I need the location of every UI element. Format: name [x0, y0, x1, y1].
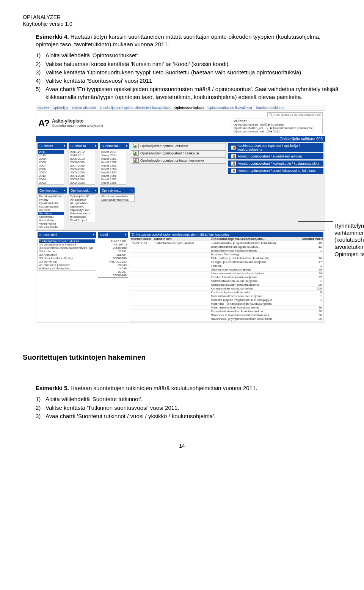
th-koodi[interactable]: Kurssin koodi: [131, 237, 154, 241]
ex4-step-2: Valitse haluamasi kurssi kentästä 'Kurss…: [46, 60, 341, 68]
aalto-logo: A?: [38, 118, 49, 129]
chevron-down-icon: ▾: [93, 233, 94, 236]
search-icon: 🔍: [269, 113, 273, 116]
chart-icon: [133, 144, 139, 148]
tab-lisarajaukset[interactable]: Opiskelijoiden / opinto-oikeuksien lisär…: [100, 106, 171, 110]
table-row[interactable]: Rakenne- ja rakennustuotantoteknikan kou…: [130, 313, 323, 317]
example4-intro: Esimerkki 4. Haetaan tietyn kurssin suor…: [36, 33, 341, 48]
valinnat-title: Valinnat: [234, 119, 321, 123]
pill-suorituslukukausi[interactable]: Suoritus luku...▾: [100, 143, 129, 149]
th-kohj[interactable]: ☐ Koulutusohjelma.Koulutusohjelm...: [211, 237, 302, 241]
search-placeholder: Hae opiskelija tai opiskelijanumero: [274, 113, 321, 116]
table-row[interactable]: Informaatioverkostojen koulutusohjelma24: [130, 272, 323, 275]
data-table: Eri tyyppisten opiskelijoiden opintosuor…: [130, 232, 323, 321]
chart-icon: [133, 151, 139, 156]
chevron-down-icon: ▾: [126, 144, 127, 148]
table-row[interactable]: Bioinformaatioteknologian koulutus...12: [130, 245, 323, 249]
ex5-step-2: Valitse kentästä 'Tutkinnon suoritusvuos…: [46, 404, 341, 412]
chevron-down-icon: ▾: [95, 144, 96, 148]
table-row[interactable]: Maanmittaustieteiden koulutusohjelma1: [130, 294, 323, 298]
valinnat-row-1[interactable]: Opintosuorituksen_tila ☑ ■ Suoritettu: [234, 123, 321, 126]
tab-opinto-oikeudet[interactable]: Opinto-oikeudet: [72, 106, 96, 110]
pill-opinnaytetyo[interactable]: Opinnäytee...▾: [100, 187, 135, 194]
chevron-down-icon: ▾: [64, 189, 65, 192]
list-opinnaytetyo[interactable]: Aleminen perusteltu Lisensiaatintutkimus: [100, 194, 135, 202]
ex5-step-3: Avaa chartti 'Suoritetut tutkinnot / vuo…: [46, 412, 341, 420]
brand-block: A? Aalto-yliopisto Opintohallinnon tiedo…: [38, 118, 103, 129]
table-row[interactable]: Finance1: [130, 264, 323, 268]
valinnat-panel: Valinnat Opintosuorituksen_tila ☑ ■ Suor…: [232, 118, 323, 134]
example5-intro: Esimerkki 5. Haetaan suoritettujen tutki…: [36, 384, 341, 392]
example5-steps: 1)Aloita välilehdeltä 'Suoritetut tutkin…: [36, 395, 341, 420]
tab-opiskelijat[interactable]: Opiskelijat: [53, 106, 69, 110]
callout-text: Ryhmittelyn vaihtaminen (koulutusohjelma…: [334, 222, 364, 258]
example4-steps: 1)Aloita välilehdeltä 'Opintosuoritukset…: [36, 52, 341, 101]
app-window: Etusivu Opiskelijat Opinto-oikeudet Opis…: [36, 105, 325, 323]
th-maara[interactable]: Suoritusmäärä: [302, 237, 322, 241]
ex4-step-1: Aloita välilehdeltä 'Opintosuoritukset': [46, 52, 341, 59]
tab-suoritetut-tutkinnot[interactable]: Suoritetut tutkinnot: [256, 106, 284, 110]
list-kurssin-nimi[interactable]: Tuotantotalouden peruskurssi 2D visuaali…: [38, 239, 96, 271]
list-opintosuorit-tyyppi[interactable]: Opintojakso/Kurssi Aineopinnot Aleepi tu…: [69, 194, 95, 222]
example5-rest: Haetaan suoritettujen tutkintojen määrä …: [69, 385, 257, 391]
chart-icon: [231, 154, 236, 159]
chart-icon: [231, 145, 236, 150]
tab-lisavalinnat[interactable]: Opintosuoritusten lisävalinnat: [207, 106, 252, 110]
chevron-down-icon: ▾: [95, 189, 96, 192]
chevron-down-icon: ▾: [131, 189, 133, 192]
valinnat-row-3[interactable]: Opintosuorituksen_kal... ☑ ■ 2011: [234, 130, 321, 133]
pill-suoritusvuosi[interactable]: Suoritusv...▾: [38, 143, 67, 149]
table-row[interactable]: Kemian tekniikan koulutusohjelma32: [130, 275, 323, 279]
tab-opintosuoritukset[interactable]: Opintosuoritukset: [174, 106, 204, 110]
chart-icon: [133, 158, 139, 163]
chart-btn-opintosuoritukset[interactable]: Opiskelijoiden opintosuoritukset: [131, 143, 226, 149]
table-row[interactable]: Kiinteistötalouden koulutusohjelma1: [130, 279, 323, 283]
chart-btn-keskim-opintopisteet[interactable]: Keskimääräiset opintopisteet / opiskelij…: [228, 143, 323, 152]
pill-suorituslukuvuosi[interactable]: Suoritus lu...▾: [69, 143, 98, 149]
th-nimi[interactable]: Kurssin nimi: [154, 237, 211, 241]
table-row[interactable]: TU-22.1101 Tuotantotalouden peruskurssi …: [130, 241, 323, 245]
chart-btn-keskiarvo[interactable]: Opiskelijoiden opintosuoritusten keskiar…: [131, 157, 226, 164]
table-row[interactable]: Puunjalostustekniikan koulutusohjelma28: [130, 310, 323, 313]
chevron-down-icon: ▾: [125, 233, 126, 236]
chart-btn-annetut-korkeakoulu[interactable]: Annetut opintopisteet / korkeakoulu / ku…: [228, 160, 323, 167]
table-row[interactable]: Materiaalitekniikan koulutusohjelma36: [130, 306, 323, 310]
pill-koodi[interactable]: Koodi▾: [98, 232, 128, 238]
ex5-step-1: Aloita välilehdeltä 'Suoritetut tutkinno…: [46, 395, 341, 403]
pill-opintosuorit-tyyppi[interactable]: Opintosuorit...▾: [69, 187, 98, 194]
selection-count-bar: Opiskelijoita valittuna 695: [36, 136, 325, 142]
doc-header: OPI ANALYZER Käyttöohje versio 1.0: [23, 14, 341, 27]
table-row[interactable]: Rakenneus- ja ympäristötekniikan koulutu…: [130, 317, 323, 321]
list-suoritusvuosi[interactable]: 2011 2010 2009 2008 2007 2006 2005 2012 …: [38, 150, 64, 185]
valinnat-row-2[interactable]: Opintosuoritusten_opi... ☑ ■ Tuotantotal…: [234, 126, 321, 130]
table-row[interactable]: Konetekniikan koulutusohjelma158: [130, 287, 323, 291]
student-search[interactable]: 🔍 Hae opiskelija tai opiskelijanumero: [267, 112, 323, 117]
chevron-down-icon: ▾: [64, 144, 65, 148]
chart-btn-annetut-arvioija[interactable]: Annetut opintopisteet / suorituksen arvi…: [228, 153, 323, 159]
chart-icon: [231, 161, 236, 166]
chart-btn-opintopisteet-lukukausi[interactable]: Opiskelijoiden opintopisteet / lukukausi: [131, 150, 226, 156]
list-suorituslukukausi[interactable]: Kevät 2011 Syksy 2011 Kevät 1951 Kevät 1…: [100, 150, 126, 185]
list-koodi[interactable]: TU-22.1101 KE-107.D 22E00100 23341 22L42…: [98, 239, 128, 278]
callout-connector: [298, 221, 333, 222]
chart-btn-annetut-vuosi[interactable]: Annetut opintopisteet / vuosi, lukuvuosi…: [228, 168, 323, 174]
table-row[interactable]: Kiintesistötalouden koulutusohjelma26: [130, 283, 323, 287]
tab-etusivu[interactable]: Etusivu: [38, 106, 49, 110]
pill-kurssin-nimi[interactable]: Kurssin nimi▾: [38, 232, 96, 238]
screenshot-figure: Etusivu Opiskelijat Opinto-oikeudet Opis…: [36, 105, 341, 323]
table-row[interactable]: Biotuotetekniikan koulutusohjelma1: [130, 249, 323, 253]
ex4-step-5: Avaa chartti 'Eri tyyppisten opiskelijoi…: [46, 85, 341, 101]
list-opintosuor-tila[interactable]: Ennakkopäättety Hylätty Hyväksilukettu K…: [38, 194, 64, 229]
example4-rest: Haetaan tietyn kurssin suorittaneiden mä…: [36, 33, 320, 47]
table-row[interactable]: Koulutusohjelma valitsematta8: [130, 291, 323, 294]
pill-opintosuor-tila[interactable]: Opintosuor...▾: [38, 187, 67, 194]
table-row[interactable]: Elektroniikan ja sähkötekniikan koulutus…: [130, 256, 323, 260]
table-row[interactable]: Materiaali - ja kalliotekniikan koulutus…: [130, 302, 323, 306]
table-row[interactable]: Business Technology: [130, 253, 323, 256]
page-number: 14: [23, 443, 341, 449]
list-suorituslukuvuosi[interactable]: 2011-2012 2010-2011 2009-2010 2008-2009 …: [69, 150, 95, 185]
table-row[interactable]: Energia- ja LVI-tekniikan koulutusohjelm…: [130, 260, 323, 264]
table-row[interactable]: Geomatiikan koulutusohjelma20: [130, 268, 323, 272]
example4-lead: Esimerkki 4.: [36, 33, 69, 40]
table-row[interactable]: Master's Degree Programme in ePedagogy D…: [130, 298, 323, 302]
